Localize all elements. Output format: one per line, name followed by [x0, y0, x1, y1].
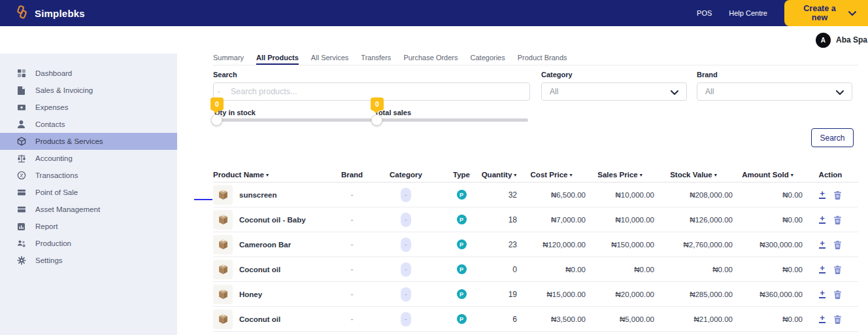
create-new-button[interactable]: Create a new	[784, 0, 868, 26]
brand-label: Brand	[697, 71, 852, 79]
sales-price-value: ₦5,000.00	[586, 315, 654, 323]
sort-icon: ▾	[514, 172, 516, 178]
sidebar-item-label: Production	[35, 239, 71, 247]
sidebar-item-products-services[interactable]: Products & Services	[0, 133, 177, 150]
adjust-stock-icon[interactable]: +	[819, 315, 826, 323]
tab-summary[interactable]: Summary	[213, 54, 244, 65]
sidebar-item-dashboard[interactable]: Dashboard	[0, 65, 177, 82]
quantity-value: 32	[481, 190, 517, 200]
top-navbar: Simplebks POS Help Centre Create a new	[0, 0, 868, 26]
quantity-value: 18	[481, 215, 517, 224]
sidebar-item-report[interactable]: Report	[0, 218, 177, 235]
production-icon	[16, 239, 26, 249]
sidebar-item-settings[interactable]: Settings	[0, 252, 177, 269]
asset-management-icon	[16, 205, 26, 215]
brand-value: -	[334, 215, 370, 224]
search-button[interactable]: Search	[811, 128, 854, 147]
sort-icon: ▾	[569, 172, 572, 178]
simplebks-logo-icon	[14, 5, 29, 22]
product-name[interactable]: Coconut oil	[239, 266, 280, 273]
category-badge: -	[401, 238, 411, 252]
column-header-sales-price[interactable]: Sales Price▾	[586, 171, 654, 179]
point-of-sale-icon	[16, 188, 26, 198]
tab-categories[interactable]: Categories	[471, 54, 505, 65]
delete-icon[interactable]	[833, 290, 842, 299]
qty-in-stock-slider[interactable]	[213, 118, 372, 122]
column-header-quantity[interactable]: Quantity▾	[481, 171, 517, 179]
stock-value-value: ₦126,000.00	[654, 216, 733, 224]
sales-slider-value-badge: 0	[371, 97, 384, 111]
package-icon	[213, 210, 233, 230]
adjust-stock-icon[interactable]: +	[819, 215, 826, 224]
sidebar-item-expenses[interactable]: Expenses	[0, 99, 177, 116]
sidebar-item-production[interactable]: Production	[0, 235, 177, 252]
delete-icon[interactable]	[833, 215, 842, 224]
chevron-down-icon	[848, 9, 856, 18]
adjust-stock-icon[interactable]: +	[819, 190, 826, 199]
product-name[interactable]: Coconut oil - Baby	[239, 216, 306, 224]
sidebar-item-label: Accounting	[35, 154, 73, 162]
adjust-stock-icon[interactable]: +	[819, 265, 826, 273]
tab-transfers[interactable]: Transfers	[361, 54, 391, 65]
adjust-stock-icon[interactable]: +	[819, 240, 826, 249]
cost-price-value: ₦7,000.00	[517, 216, 586, 224]
sidebar-item-label: Sales & Invoicing	[35, 86, 93, 94]
main-content: Summary All Products All Services Transf…	[177, 54, 868, 335]
create-new-label: Create a new	[797, 4, 842, 22]
sidebar-item-accounting[interactable]: Accounting	[0, 150, 177, 167]
category-select[interactable]: All	[541, 82, 687, 101]
delete-icon[interactable]	[833, 265, 842, 274]
sidebar-item-label: Dashboard	[35, 69, 72, 77]
product-name[interactable]: Coconut oil	[239, 315, 280, 323]
product-name[interactable]: sunscreen	[239, 191, 277, 199]
qty-slider-value-badge: 0	[210, 97, 224, 111]
brand-select[interactable]: All	[697, 82, 852, 101]
filter-bar: Search , Category All	[213, 71, 858, 101]
cost-price-value: ₦120,000.00	[517, 241, 586, 249]
amount-sold-value: ₦360,000.00	[733, 291, 803, 298]
package-icon	[213, 185, 233, 205]
column-header-stock-value[interactable]: Stock Value▾	[654, 171, 733, 179]
sidebar-item-asset-management[interactable]: Asset Management	[0, 201, 177, 218]
tab-purchase-orders[interactable]: Purchase Orders	[403, 54, 458, 65]
column-header-action: Action	[803, 171, 858, 179]
quantity-value: 0	[481, 265, 517, 274]
column-header-product-name[interactable]: Product Name▾	[213, 171, 334, 179]
table-row: sunscreen - - P 32 ₦6,500.00 ₦10,000.00 …	[213, 183, 858, 207]
user-name: Aba Spa	[836, 35, 867, 44]
package-icon	[213, 309, 233, 329]
nav-help-centre-link[interactable]: Help Centre	[729, 9, 767, 17]
tab-all-products[interactable]: All Products	[256, 54, 299, 65]
amount-sold-value: ₦0.00	[733, 191, 803, 199]
brand-value: -	[334, 265, 370, 274]
sort-icon: ▾	[640, 172, 643, 178]
sales-slider-handle[interactable]	[371, 115, 382, 126]
quantity-value: 19	[481, 290, 517, 299]
qty-slider-handle[interactable]	[211, 115, 222, 126]
sidebar-item-label: Asset Management	[35, 205, 100, 213]
product-name[interactable]: Honey	[239, 291, 262, 298]
column-header-amount-sold[interactable]: Amount Sold▾	[733, 171, 803, 179]
cost-price-value: ₦6,500.00	[517, 191, 586, 199]
product-name[interactable]: Cameroon Bar	[239, 241, 291, 249]
nav-pos-link[interactable]: POS	[697, 9, 712, 17]
sidebar-item-transactions[interactable]: Transactions	[0, 167, 177, 184]
product-type-icon: P	[457, 289, 467, 299]
column-header-cost-price[interactable]: Cost Price▾	[517, 171, 586, 179]
column-header-category: Category	[370, 171, 442, 179]
total-sales-slider[interactable]	[373, 118, 528, 122]
sidebar-item-sales-invoicing[interactable]: Sales & Invoicing	[0, 82, 177, 99]
expenses-icon	[16, 103, 26, 113]
sidebar-item-point-of-sale[interactable]: Point of Sale	[0, 184, 177, 201]
package-icon	[213, 260, 233, 279]
tab-product-brands[interactable]: Product Brands	[518, 54, 567, 65]
navbar-right: POS Help Centre Create a new	[697, 0, 868, 26]
delete-icon[interactable]	[833, 190, 842, 200]
avatar[interactable]: A	[816, 33, 831, 48]
delete-icon[interactable]	[833, 315, 842, 324]
sidebar-item-contacts[interactable]: Contacts	[0, 116, 177, 133]
tab-all-services[interactable]: All Services	[311, 54, 348, 65]
delete-icon[interactable]	[833, 240, 842, 249]
chevron-down-icon	[671, 86, 678, 97]
adjust-stock-icon[interactable]: +	[819, 290, 826, 298]
